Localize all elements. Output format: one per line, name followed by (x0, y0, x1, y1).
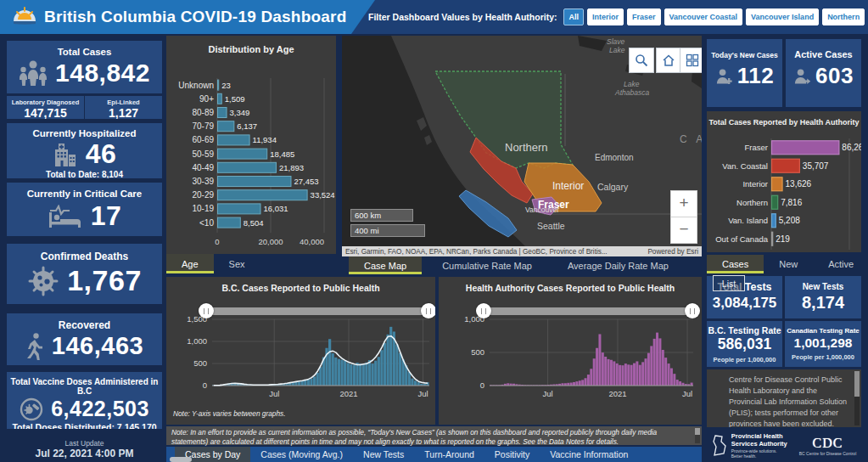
new-cases-panel: Today's New Cases 112 (707, 39, 782, 107)
tab-scroll-pill[interactable] (170, 457, 192, 462)
walking-person-icon (25, 333, 44, 360)
ha-chart-range-handle-left[interactable] (476, 303, 491, 318)
notes-scrollbar[interactable] (854, 371, 860, 425)
tab-average-daily-rate-map[interactable]: Average Daily Rate Map (552, 256, 684, 274)
last-update-value: Jul 22, 2021 4:00 PM (7, 448, 162, 459)
svg-text:Northern: Northern (736, 198, 768, 207)
filter-button-all[interactable]: All (563, 8, 584, 25)
bc-cases-chart[interactable]: 05001,0001,500Jul2021Jul (166, 277, 435, 425)
age-sex-tabs: AgeSex (166, 254, 260, 273)
cdc-logo-text: CDC (799, 436, 857, 451)
tab-cases[interactable]: Cases (707, 255, 764, 273)
tab-positivity[interactable]: Positivity (484, 447, 540, 462)
yaxis-note: Note: Y-axis varies between graphs. (173, 409, 286, 418)
bc-chart-range-track[interactable] (205, 307, 435, 315)
filter-button-fraser[interactable]: Fraser (627, 8, 661, 25)
bc-chart-range-handle-right[interactable] (421, 303, 435, 318)
svg-text:Van. Coastal: Van. Coastal (722, 161, 768, 171)
phsa-logo: Provincial Health Services Authority Pro… (712, 433, 787, 458)
tab-new-tests[interactable]: New Tests (353, 447, 414, 462)
cdc-logo-sub: BC Centre for Disease Control (799, 451, 857, 456)
cdc-logo: CDC BC Centre for Disease Control (799, 436, 857, 456)
svg-text:11,934: 11,934 (253, 135, 277, 144)
lab-diagnosed-label: Laboratory Diagnosed (7, 99, 84, 106)
map-attribution: Esri, Garmin, FAO, NOAA, EPA, NRCan, Par… (342, 246, 702, 256)
age-distribution-panel: Distribution by Age 020,00040,000Unknown… (166, 36, 336, 254)
svg-text:5,208: 5,208 (779, 216, 800, 225)
map-search-button[interactable] (629, 48, 654, 73)
hospitalized-value: 46 (86, 138, 117, 170)
deaths-panel: Confirmed Deaths 1,767 (7, 244, 162, 304)
svg-text:Interior: Interior (742, 179, 768, 189)
tab-age[interactable]: Age (166, 254, 214, 273)
svg-text:40-49: 40-49 (192, 163, 214, 172)
hospital-bed-icon (48, 205, 83, 228)
svg-text:3,349: 3,349 (230, 108, 250, 117)
vaccine-value: 6,422,503 (51, 397, 149, 421)
map-label-lake-athabasca-1: Lake (624, 80, 640, 88)
list-tab-overlay[interactable]: List (713, 275, 745, 291)
svg-text:30-39: 30-39 (192, 177, 214, 186)
lab-diagnosed-panel: Laboratory Diagnosed 147,715 (7, 96, 84, 119)
phsa-line2: Services Authority (731, 441, 787, 448)
svg-text:21,893: 21,893 (279, 163, 304, 172)
case-map[interactable]: Northern Edmonton Interior Calgary Frase… (342, 36, 702, 246)
last-update-block: Last Update Jul 22, 2021 4:00 PM (7, 439, 162, 459)
ha-cases-chart[interactable]: 05001,000Jul2021Jul (439, 277, 702, 425)
tab-new[interactable]: New (764, 255, 813, 273)
filter-button-interior[interactable]: Interior (587, 8, 624, 25)
map-label-lake-athabasca-2: Athabasca (614, 88, 649, 97)
map-scale-mi: 400 mi (350, 224, 425, 237)
ha-chart-range-handle-right[interactable] (685, 303, 700, 318)
svg-text:Jul: Jul (682, 389, 692, 398)
new-tests-panel: New Tests 8,174 (785, 276, 861, 318)
vaccine-subtext: Total Doses Distributed: 7,145,170 (7, 422, 162, 429)
age-distribution-chart[interactable]: 020,00040,000Unknown2390+1,50980-893,349… (166, 36, 336, 254)
tab-vaccine-information[interactable]: Vaccine Information (540, 447, 638, 462)
critical-care-label: Currently in Critical Care (7, 189, 162, 199)
note-scrollbar[interactable] (695, 428, 700, 443)
new-tests-label: New Tests (785, 282, 861, 291)
ha-chart-title: Total Cases Reported by Health Authority (707, 118, 861, 127)
bc-testing-rate-value: 586,031 (707, 335, 782, 353)
total-cases-panel: Total Cases 148,842 (7, 41, 162, 93)
svg-text:35,707: 35,707 (803, 161, 829, 171)
tab-sex[interactable]: Sex (214, 254, 260, 273)
svg-text:Out of Canada: Out of Canada (715, 234, 769, 244)
tab-turn-around[interactable]: Turn-Around (414, 447, 484, 462)
hospitalized-panel: Currently Hospitalized 46 Total to Date:… (7, 123, 162, 178)
filter-button-vancouver-island[interactable]: Vancouver Island (746, 8, 819, 25)
active-cases-panel: Active Cases 603 (786, 39, 861, 107)
svg-text:0: 0 (215, 237, 219, 246)
people-icon (19, 59, 48, 87)
map-home-button[interactable] (656, 48, 681, 73)
bc-testing-rate-panel: B.C. Testing Rate 586,031 People per 1,0… (707, 321, 782, 367)
filter-button-vancouver-coastal[interactable]: Vancouver Coastal (664, 8, 743, 25)
vaccine-icon (20, 397, 43, 421)
map-label-calgary: Calgary (597, 182, 629, 192)
tab-case-map[interactable]: Case Map (349, 256, 422, 274)
svg-text:0: 0 (480, 380, 484, 390)
map-basemap-button[interactable] (680, 48, 702, 73)
last-update-label: Last Update (7, 439, 162, 448)
map-label-seattle: Seattle (537, 221, 565, 231)
svg-text:80-89: 80-89 (192, 108, 214, 117)
bc-testing-rate-label: B.C. Testing Rate (707, 325, 782, 335)
svg-text:6,137: 6,137 (237, 121, 257, 131)
footer-logos: Provincial Health Services Authority Pro… (707, 430, 861, 462)
map-zoom-in-button[interactable]: + (670, 190, 697, 217)
tab-active[interactable]: Active (813, 255, 868, 273)
tab-cumulative-rate-map[interactable]: Cumulative Rate Map (427, 256, 547, 274)
filter-button-northern[interactable]: Northern (822, 8, 865, 25)
bc-chart-range-handle-left[interactable] (199, 303, 214, 318)
active-cases-value: 603 (815, 63, 854, 89)
tab-cases-moving-avg[interactable]: Cases (Moving Avg.) (250, 447, 353, 462)
svg-text:70-79: 70-79 (192, 121, 214, 131)
ha-chart-range-track[interactable] (483, 307, 697, 315)
ha-totals-chart[interactable]: 0100,000Fraser86,266Van. Coastal35,707In… (707, 130, 861, 252)
home-icon (662, 54, 675, 67)
svg-text:60-69: 60-69 (192, 135, 214, 144)
map-label-vancouver: Vancouver (525, 206, 559, 214)
map-zoom-out-button[interactable]: − (670, 217, 697, 244)
phsa-bc-outline-icon (712, 435, 727, 457)
